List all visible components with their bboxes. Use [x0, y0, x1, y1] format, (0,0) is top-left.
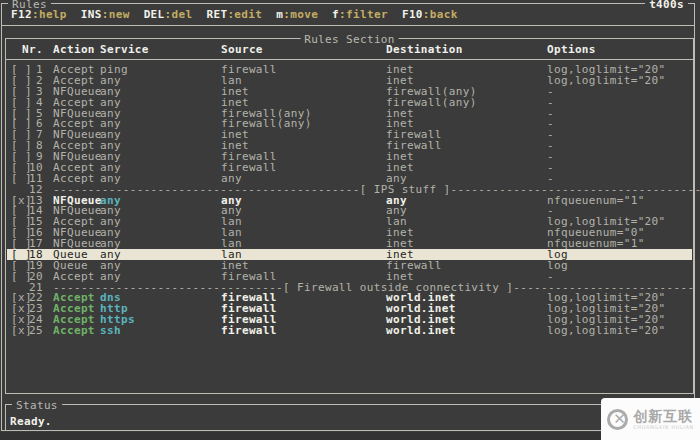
- menu-item-new[interactable]: INSnew: [81, 9, 130, 20]
- rules-section-title: Rules Section: [300, 34, 399, 45]
- menu-bar: F12help INSnew DELdel RETedit mmove ffil…: [2, 4, 694, 26]
- status-message: Ready.: [10, 416, 52, 427]
- circle-x-logo-icon: ✕: [607, 409, 628, 430]
- rules-section: Rules Section Nr. Action Service Source …: [5, 38, 694, 394]
- menu-label: back: [423, 8, 458, 21]
- rule-destination: world.inet: [386, 325, 456, 336]
- rule-source: firewall: [221, 325, 277, 336]
- menu-key: F10: [402, 8, 423, 21]
- menu-label: new: [102, 8, 130, 21]
- rule-service: ssh: [100, 325, 121, 336]
- menu-item-back[interactable]: F10back: [402, 9, 458, 20]
- watermark-text: 创新互联 CHUANGXIN HULIAN: [633, 409, 694, 430]
- bottom-strip: [0, 432, 700, 440]
- rule-source: inet: [221, 97, 249, 108]
- status-section: Status Ready.: [5, 404, 694, 431]
- rule-destination: firewall(any): [386, 97, 477, 108]
- menu-label: del: [165, 8, 193, 21]
- rule-number: 25: [17, 325, 43, 336]
- rule-number: 4: [17, 97, 43, 108]
- menu-item-filter[interactable]: ffilter: [332, 9, 388, 20]
- menu-item-move[interactable]: mmove: [276, 9, 318, 20]
- menu-key: DEL: [144, 8, 165, 21]
- menu-label: move: [283, 8, 318, 21]
- rule-row[interactable]: [x]25Acceptsshfirewallworld.inetlog,logl…: [7, 325, 692, 336]
- menu-key: INS: [81, 8, 102, 21]
- rules-rows: [ ]1Acceptpingfirewallinetlog,loglimit="…: [6, 39, 693, 393]
- window-host-label: t400s: [645, 0, 688, 10]
- menu-label: filter: [339, 8, 388, 21]
- rule-options: log,loglimit="20": [547, 75, 666, 86]
- menu-item-del[interactable]: DELdel: [144, 9, 193, 20]
- watermark-brand: 创新互联: [633, 409, 694, 424]
- watermark-caption: CHUANGXIN HULIAN: [633, 424, 694, 430]
- menu-label: edit: [227, 8, 262, 21]
- menu-key: RET: [206, 8, 227, 21]
- terminal-screen: Rules t400s F12help INSnew DELdel RETedi…: [0, 0, 700, 440]
- window-title: Rules: [8, 0, 51, 10]
- rule-options: log,loglimit="20": [547, 325, 666, 336]
- status-title: Status: [12, 400, 62, 411]
- rule-row[interactable]: [ ]4Acceptanyinetfirewall(any)-: [7, 97, 692, 108]
- watermark: ✕ 创新互联 CHUANGXIN HULIAN: [601, 398, 700, 440]
- rule-options: -: [547, 97, 554, 108]
- rule-service: any: [100, 97, 121, 108]
- x-glyph: ✕: [613, 411, 626, 428]
- menu-item-edit[interactable]: RETedit: [206, 9, 262, 20]
- rule-action: Accept: [53, 97, 95, 108]
- rule-action: Accept: [53, 325, 95, 336]
- rule-options: nfqueuenum="1": [547, 195, 645, 206]
